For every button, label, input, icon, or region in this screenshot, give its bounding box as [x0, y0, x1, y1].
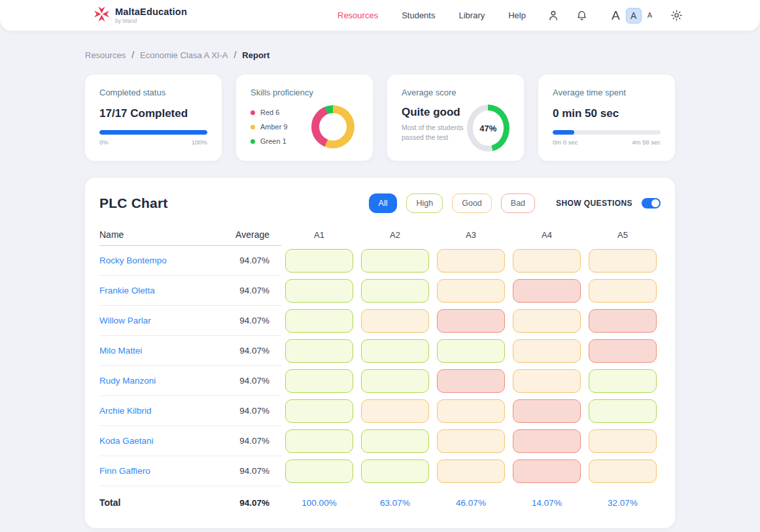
answer-cell-wrap: [281, 456, 357, 486]
breadcrumb-class[interactable]: Economie Clasa A XI-A: [140, 50, 228, 60]
answer-cell-red[interactable]: [513, 279, 581, 303]
answer-cell-orange[interactable]: [437, 249, 505, 273]
answer-cell-orange[interactable]: [361, 399, 429, 423]
user-icon[interactable]: [547, 9, 560, 22]
answer-cell-wrap: [433, 336, 509, 366]
answer-cell-orange[interactable]: [513, 249, 581, 273]
table-row: Rocky Bontempo94.07%: [99, 246, 661, 276]
answer-cell-green[interactable]: [361, 459, 429, 483]
score-gauge-chart: 47%: [467, 105, 510, 152]
answer-cell-green[interactable]: [285, 339, 353, 363]
filter-high-button[interactable]: High: [406, 193, 443, 213]
answer-cell-wrap: [585, 336, 661, 366]
brand-tagline: by Wand: [115, 18, 187, 24]
answer-cell-orange[interactable]: [513, 309, 581, 333]
font-size-small-button[interactable]: A: [648, 12, 652, 19]
answer-cell-red[interactable]: [513, 399, 581, 423]
answer-cell-orange[interactable]: [437, 459, 505, 483]
total-a5[interactable]: 32.07%: [585, 486, 661, 519]
answer-cell-green[interactable]: [285, 369, 353, 393]
answer-cell-wrap: [433, 396, 509, 426]
answer-cell-orange[interactable]: [437, 429, 505, 453]
student-name-link[interactable]: Finn Gaffiero: [99, 466, 150, 476]
answer-cell-green[interactable]: [361, 429, 429, 453]
nav-students[interactable]: Students: [402, 10, 435, 20]
nav-library[interactable]: Library: [458, 10, 485, 20]
answer-cell-wrap: [281, 426, 357, 456]
breadcrumb-resources[interactable]: Resources: [85, 50, 126, 60]
answer-cell-green[interactable]: [361, 249, 429, 273]
total-a3[interactable]: 46.07%: [433, 486, 509, 519]
student-name-link[interactable]: Willow Parlar: [99, 316, 151, 325]
time-value: 0 min 50 sec: [553, 107, 661, 120]
nav-resources[interactable]: Resources: [337, 10, 378, 20]
answer-cell-wrap: [585, 276, 661, 306]
total-a1[interactable]: 100.00%: [281, 486, 357, 519]
answer-cell-green[interactable]: [361, 339, 429, 363]
notification-bell-icon[interactable]: [576, 9, 588, 22]
answer-cell-wrap: [357, 456, 433, 486]
score-percentage: 47%: [467, 105, 510, 152]
answer-cell-red[interactable]: [513, 459, 581, 483]
filter-good-button[interactable]: Good: [452, 193, 492, 213]
legend-label: Red 6: [260, 108, 279, 116]
progress-min-label: 0%: [99, 139, 109, 146]
completed-status-card: Completed status 17/17 Completed 0% 100%: [85, 75, 222, 161]
filter-all-button[interactable]: All: [369, 193, 398, 213]
answer-cell-green[interactable]: [285, 429, 353, 453]
answer-cell-green[interactable]: [285, 399, 353, 423]
legend-item-amber: Amber 9: [250, 123, 288, 131]
answer-cell-red[interactable]: [437, 369, 505, 393]
column-header-a3: A3: [433, 224, 509, 246]
table-row: Finn Gaffiero94.07%: [99, 456, 661, 486]
skills-donut-chart: [311, 105, 354, 148]
brand-logo[interactable]: MaltaEducation by Wand: [94, 6, 187, 25]
answer-cell-red[interactable]: [589, 339, 657, 363]
filter-bad-button[interactable]: Bad: [501, 193, 535, 213]
row-average-value: 94.07%: [239, 256, 269, 265]
completed-progress-fill: [99, 130, 207, 135]
answer-cell-orange[interactable]: [589, 429, 657, 453]
answer-cell-orange[interactable]: [589, 249, 657, 273]
answer-cell-red[interactable]: [437, 309, 505, 333]
answer-cell-green[interactable]: [285, 459, 353, 483]
answer-cell-green[interactable]: [589, 369, 657, 393]
student-name-link[interactable]: Archie Kilbrid: [99, 406, 152, 416]
answer-cell-orange[interactable]: [589, 459, 657, 483]
student-name-link[interactable]: Frankie Oletta: [99, 286, 155, 295]
student-name-link[interactable]: Koda Gaetani: [99, 436, 154, 446]
answer-cell-red[interactable]: [589, 309, 657, 333]
show-questions-toggle[interactable]: [642, 198, 661, 208]
student-name-link[interactable]: Rocky Bontempo: [99, 256, 167, 265]
total-a4[interactable]: 14.07%: [509, 486, 585, 519]
student-name-link[interactable]: Rudy Manzoni: [99, 376, 156, 386]
answer-cell-orange[interactable]: [513, 369, 581, 393]
answer-cell-wrap: [585, 366, 661, 396]
answer-cell-green[interactable]: [589, 399, 657, 423]
brand-name: MaltaEducation: [115, 7, 187, 17]
student-name-link[interactable]: Milo Mattei: [99, 346, 142, 356]
answer-cell-orange[interactable]: [589, 279, 657, 303]
card-title: Average score: [402, 88, 510, 97]
brightness-sun-icon[interactable]: [670, 9, 683, 22]
answer-cell-orange[interactable]: [437, 279, 505, 303]
total-a2[interactable]: 63.07%: [357, 486, 433, 519]
legend-dot-green: [250, 139, 255, 144]
answer-cell-wrap: [433, 456, 509, 486]
answer-cell-green[interactable]: [361, 369, 429, 393]
answer-cell-green[interactable]: [285, 279, 353, 303]
answer-cell-green[interactable]: [437, 339, 505, 363]
answer-cell-green[interactable]: [285, 249, 353, 273]
font-size-medium-button[interactable]: A: [626, 8, 642, 24]
row-name-average: Willow Parlar94.07%: [99, 306, 281, 336]
card-title: Completed status: [99, 88, 207, 97]
answer-cell-orange[interactable]: [361, 309, 429, 333]
answer-cell-red[interactable]: [513, 429, 581, 453]
nav-help[interactable]: Help: [508, 10, 526, 20]
font-size-large-button[interactable]: A: [612, 9, 620, 22]
maltese-cross-icon: [94, 6, 110, 25]
answer-cell-orange[interactable]: [437, 399, 505, 423]
answer-cell-green[interactable]: [361, 279, 429, 303]
answer-cell-orange[interactable]: [513, 339, 581, 363]
answer-cell-green[interactable]: [285, 309, 353, 333]
